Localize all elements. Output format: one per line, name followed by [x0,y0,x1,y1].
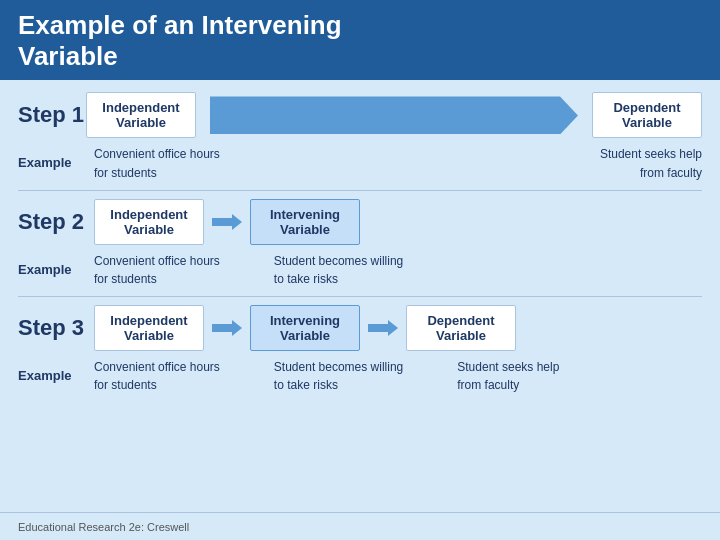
step3-arrow1 [212,319,242,337]
svg-marker-2 [368,320,398,336]
step1-iv-line1: Independent [102,100,179,115]
step1-iv-box: Independent Variable [86,92,196,138]
step3-iv-l1: Independent [110,313,187,328]
step3-arrow2 [368,319,398,337]
example3-label: Example [18,368,86,383]
step3-iv-l2: Variable [124,328,174,343]
step2-arrow [212,213,242,231]
example1-label: Example [18,155,86,170]
example2-label: Example [18,262,86,277]
example1-dv-text-l2: from faculty [640,166,702,180]
example3-dv-l1: Student seeks help [457,360,559,374]
step2-row: Step 2 Independent Variable Intervening … [18,199,702,245]
step3-row: Step 3 Independent Variable Intervening … [18,305,702,351]
divider2 [18,296,702,297]
step3-int-box: Intervening Variable [250,305,360,351]
example2-int-text: Student becomes willing to take risks [274,251,403,288]
step2-int-l1: Intervening [270,207,340,222]
step1-dv-box: Dependent Variable [592,92,702,138]
step3-dv-l1: Dependent [427,313,494,328]
divider1 [18,190,702,191]
example3-dv-text: Student seeks help from faculty [457,357,567,394]
example1-dv-text: Student seeks help from faculty [592,144,702,181]
example2-iv-l1: Convenient office hours [94,254,220,268]
step1-dv-line1: Dependent [613,100,680,115]
page: Example of an Intervening Variable Step … [0,0,720,540]
step1-label: Step 1 [18,102,86,128]
step2-label: Step 2 [18,209,86,235]
example2-iv-text: Convenient office hours for students [94,251,220,288]
footer: Educational Research 2e: Creswell [0,512,720,540]
header: Example of an Intervening Variable [0,0,720,80]
step1-arrow [210,96,578,134]
example3-int-l2: to take risks [274,378,338,392]
example1-row: Example Convenient office hours for stud… [18,144,702,181]
header-title-line1: Example of an Intervening [18,10,342,40]
svg-marker-0 [212,214,242,230]
example1-iv-text-l1: Convenient office hours [94,147,220,161]
example2-iv-l2: for students [94,272,157,286]
svg-marker-1 [212,320,242,336]
example1-iv-text-l2: for students [94,166,157,180]
footer-text: Educational Research 2e: Creswell [18,521,189,533]
example1-iv-text: Convenient office hours for students [94,144,220,181]
step1-arrow-shape [210,96,578,134]
step2-iv-l1: Independent [110,207,187,222]
step2-iv-l2: Variable [124,222,174,237]
step1-row: Step 1 Independent Variable Dependent Va… [18,92,702,138]
example3-iv-l2: for students [94,378,157,392]
header-title-line2: Variable [18,41,118,71]
example2-int-l1: Student becomes willing [274,254,403,268]
example3-int-l1: Student becomes willing [274,360,403,374]
example1-dv-text-l1: Student seeks help [600,147,702,161]
main-content: Step 1 Independent Variable Dependent Va… [0,80,720,512]
step2-int-l2: Variable [280,222,330,237]
step2-int-box: Intervening Variable [250,199,360,245]
step3-dv-box: Dependent Variable [406,305,516,351]
step3-iv-box: Independent Variable [94,305,204,351]
step3-int-l2: Variable [280,328,330,343]
example3-iv-text: Convenient office hours for students [94,357,220,394]
step2-iv-box: Independent Variable [94,199,204,245]
example2-row: Example Convenient office hours for stud… [18,251,702,288]
step1-dv-line2: Variable [622,115,672,130]
example3-row: Example Convenient office hours for stud… [18,357,702,394]
example3-iv-l1: Convenient office hours [94,360,220,374]
example3-dv-l2: from faculty [457,378,519,392]
step3-dv-l2: Variable [436,328,486,343]
example2-int-l2: to take risks [274,272,338,286]
step3-label: Step 3 [18,315,86,341]
example3-int-text: Student becomes willing to take risks [274,357,403,394]
step3-int-l1: Intervening [270,313,340,328]
step1-iv-line2: Variable [116,115,166,130]
